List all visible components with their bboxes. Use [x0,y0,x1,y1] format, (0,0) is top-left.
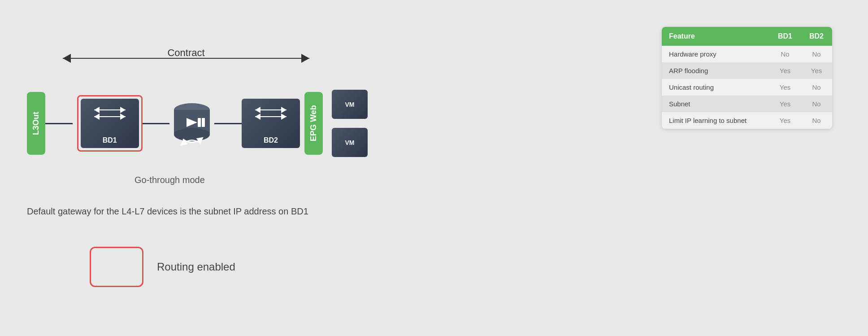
table-header-feature: Feature [662,27,769,46]
go-through-label: Go-through mode [135,175,205,185]
svg-marker-19 [281,113,286,120]
bd2-device: BD2 [242,99,300,148]
table-header-bd1: BD1 [769,27,801,46]
table-cell-feature: Limit IP learning to subnet [662,112,769,129]
table-row: ARP floodingYesYes [662,62,832,79]
bd2-label: BD2 [264,136,278,144]
table-cell-bd1: No [769,46,801,62]
epg-web-pill: EPG Web [304,92,323,155]
connector-line-3 [214,123,242,124]
l3out-pill: L3Out [27,92,45,155]
table-cell-feature: Unicast routing [662,79,769,96]
svg-marker-2 [301,54,309,63]
network-diagram: L3Out BD1 [27,67,368,179]
routing-enabled-label: Routing enabled [157,261,235,273]
routing-enabled-box [90,247,143,287]
svg-point-11 [174,128,210,141]
feature-table: Feature BD1 BD2 Hardware proxyNoNoARP fl… [662,27,832,129]
table-row: SubnetYesNo [662,96,832,112]
table-cell-bd2: No [801,96,832,112]
svg-rect-14 [202,118,205,127]
svg-marker-17 [255,107,260,113]
contract-arrow-area: Contract [58,45,314,69]
table-cell-feature: Subnet [662,96,769,112]
svg-marker-7 [120,113,126,120]
table-cell-bd1: Yes [769,79,801,96]
table-cell-bd2: Yes [801,62,832,79]
svg-marker-16 [281,107,286,113]
connector-line-1 [45,123,73,124]
svg-marker-20 [255,113,260,120]
svg-marker-8 [94,113,100,120]
table-cell-feature: Hardware proxy [662,46,769,62]
table-cell-bd2: No [801,112,832,129]
bd1-label: BD1 [103,136,117,144]
table-cell-bd1: Yes [769,112,801,129]
gateway-text: Default gateway for the L4-L7 devices is… [27,206,308,217]
main-container: Contract L3Out [0,0,868,336]
vm-box-1: VM [332,90,368,119]
table-cell-feature: ARP flooding [662,62,769,79]
bd1-container: BD1 [77,95,143,152]
svg-marker-5 [94,107,100,113]
router-device [169,96,214,150]
table-header-bd2: BD2 [801,27,832,46]
table-cell-bd2: No [801,79,832,96]
table-cell-bd2: No [801,46,832,62]
table-row: Unicast routingYesNo [662,79,832,96]
connector-line-2 [143,123,170,124]
vm-box-2: VM [332,128,368,157]
svg-marker-4 [120,107,126,113]
svg-rect-13 [198,118,201,127]
bd1-device: BD1 [81,99,139,148]
table-cell-bd1: Yes [769,62,801,79]
table-cell-bd1: Yes [769,96,801,112]
table-row: Limit IP learning to subnetYesNo [662,112,832,129]
contract-label: Contract [167,47,204,59]
table-row: Hardware proxyNoNo [662,46,832,62]
routing-section: Routing enabled [90,247,235,287]
vm-column: VM VM [332,90,368,157]
svg-marker-1 [63,54,71,63]
